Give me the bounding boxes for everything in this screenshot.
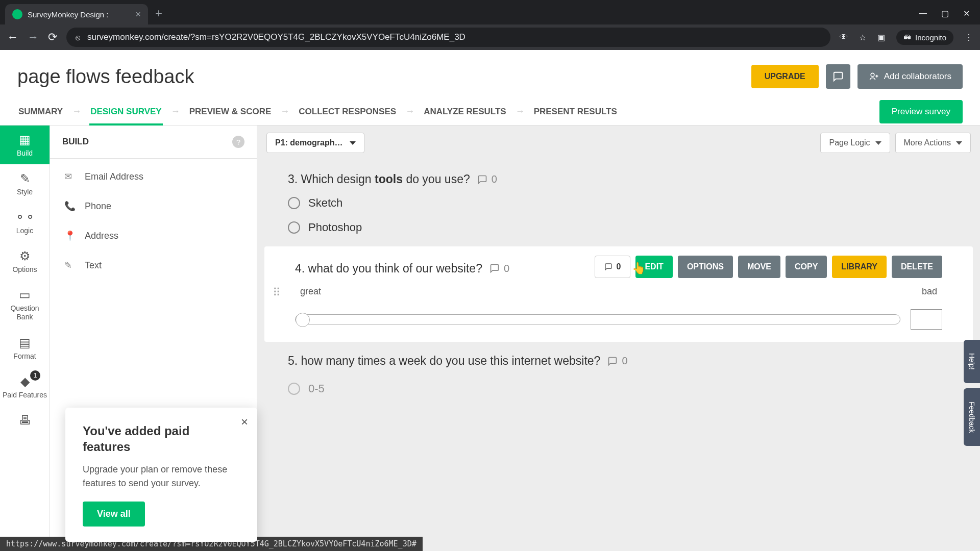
incognito-badge[interactable]: 🕶 Incognito xyxy=(896,30,953,45)
minimize-icon[interactable]: — xyxy=(919,9,927,18)
library-button[interactable]: LIBRARY xyxy=(832,256,887,278)
build-icon: ▦ xyxy=(19,133,31,147)
new-tab-button[interactable]: + xyxy=(155,6,162,20)
slider-track[interactable] xyxy=(295,314,900,324)
radio-option[interactable]: Photoshop xyxy=(288,221,949,234)
sidebar-item-text[interactable]: ✎Text xyxy=(50,251,257,280)
chat-icon xyxy=(489,263,500,273)
tabs-nav: SUMMARY → DESIGN SURVEY → PREVIEW & SCOR… xyxy=(0,98,980,126)
tab-close-icon[interactable]: × xyxy=(135,9,141,20)
question-3[interactable]: 3. Which design tools do you use? 0 Sket… xyxy=(257,160,980,246)
rail-format[interactable]: ▤Format xyxy=(0,329,50,367)
page-selector[interactable]: P1: demograph… xyxy=(266,133,364,153)
star-icon[interactable]: ☆ xyxy=(859,33,866,42)
rail-build[interactable]: ▦Build xyxy=(0,126,50,164)
sidebar-list: ✉Email Address 📞Phone 📍Address ✎Text xyxy=(50,159,257,283)
sidebar-item-email[interactable]: ✉Email Address xyxy=(50,162,257,191)
logic-icon: ⚬⚬ xyxy=(15,210,35,224)
add-collaborators-button[interactable]: Add collaborators xyxy=(857,64,963,89)
panel-icon[interactable]: ▣ xyxy=(877,33,885,42)
user-plus-icon xyxy=(869,71,879,82)
tab-design-survey[interactable]: DESIGN SURVEY xyxy=(89,98,163,125)
window-controls: — ▢ ✕ xyxy=(919,9,980,18)
mail-icon: ✉ xyxy=(64,171,76,182)
print-icon: 🖶 xyxy=(19,413,31,428)
comment-count[interactable]: 0 xyxy=(489,263,509,274)
question-options: 0-5 xyxy=(288,382,949,395)
edit-button[interactable]: EDIT xyxy=(635,256,672,278)
url-field[interactable]: ⎋ surveymonkey.com/create/?sm=rsYO2R2V0E… xyxy=(66,28,830,47)
radio-option[interactable]: Sketch xyxy=(288,196,949,210)
tab-title: SurveyMonkey Design : xyxy=(28,10,108,19)
slider-value-input[interactable] xyxy=(911,309,942,330)
text-icon: ✎ xyxy=(64,260,76,271)
page-logic-button[interactable]: Page Logic xyxy=(820,133,890,153)
browser-tab-strip: SurveyMonkey Design : × + — ▢ ✕ xyxy=(0,0,980,24)
rail-question-bank[interactable]: ▭Question Bank xyxy=(0,281,50,329)
canvas-toolbar: P1: demograph… Page Logic More Actions xyxy=(257,126,980,160)
browser-tab[interactable]: SurveyMonkey Design : × xyxy=(5,4,148,24)
options-button[interactable]: OPTIONS xyxy=(678,256,733,278)
copy-button[interactable]: COPY xyxy=(786,256,827,278)
question-4[interactable]: ⠿ 4. what do you think of our website? 0… xyxy=(264,246,973,342)
popup-body: Upgrade your plan or remove these featur… xyxy=(83,463,240,490)
close-window-icon[interactable]: ✕ xyxy=(963,9,970,18)
back-icon[interactable]: ← xyxy=(7,31,18,44)
help-icon[interactable]: ? xyxy=(232,136,244,148)
slider-thumb[interactable] xyxy=(296,313,310,327)
comment-count[interactable]: 0 xyxy=(607,355,627,367)
drag-handle-icon[interactable]: ⠿ xyxy=(273,286,282,299)
bank-icon: ▭ xyxy=(19,288,31,302)
comment-button[interactable]: 0 xyxy=(595,256,631,278)
move-button[interactable]: MOVE xyxy=(738,256,780,278)
feedback-tab[interactable]: Feedback xyxy=(964,388,980,446)
sidebar-item-phone[interactable]: 📞Phone xyxy=(50,191,257,221)
eye-off-icon[interactable]: 👁 xyxy=(840,33,848,42)
incognito-icon: 🕶 xyxy=(903,33,911,42)
maximize-icon[interactable]: ▢ xyxy=(941,9,949,18)
upgrade-button[interactable]: UPGRADE xyxy=(751,65,819,88)
popup-title: You've added paid features xyxy=(83,423,240,455)
url-text: surveymonkey.com/create/?sm=rsYO2R2V0EQO… xyxy=(87,32,465,42)
comment-count[interactable]: 0 xyxy=(477,173,497,185)
question-title: 5. how many times a week do you use this… xyxy=(288,354,949,368)
question-5[interactable]: 5. how many times a week do you use this… xyxy=(257,342,980,397)
delete-button[interactable]: DELETE xyxy=(892,256,942,278)
view-all-button[interactable]: View all xyxy=(83,502,145,527)
rail-options[interactable]: ⚙Options xyxy=(0,242,50,281)
forward-icon[interactable]: → xyxy=(28,31,39,44)
sidebar-title: BUILD xyxy=(62,137,89,147)
address-bar: ← → ⟳ ⎋ surveymonkey.com/create/?sm=rsYO… xyxy=(0,24,980,50)
left-rail: ▦Build ✎Style ⚬⚬Logic ⚙Options ▭Question… xyxy=(0,126,50,551)
chevron-down-icon xyxy=(350,141,356,145)
sidebar-item-address[interactable]: 📍Address xyxy=(50,221,257,251)
slider[interactable] xyxy=(295,309,942,330)
menu-icon[interactable]: ⋮ xyxy=(965,33,973,42)
chat-icon xyxy=(604,263,612,271)
reload-icon[interactable]: ⟳ xyxy=(48,31,57,44)
chat-icon xyxy=(832,71,844,82)
rail-logic[interactable]: ⚬⚬Logic xyxy=(0,203,50,242)
tab-collect-responses[interactable]: COLLECT RESPONSES xyxy=(298,98,397,125)
tab-analyze-results[interactable]: ANALYZE RESULTS xyxy=(423,98,507,125)
tab-summary[interactable]: SUMMARY xyxy=(17,98,64,125)
question-title: 4. what do you think of our website? 0 xyxy=(295,262,509,276)
question-options: Sketch Photoshop xyxy=(288,196,949,234)
radio-option[interactable]: 0-5 xyxy=(288,382,949,395)
svg-point-0 xyxy=(871,73,874,77)
question-actions: 0 EDIT OPTIONS MOVE COPY LIBRARY DELETE xyxy=(595,256,942,278)
tab-preview-score[interactable]: PREVIEW & SCORE xyxy=(188,98,273,125)
close-icon[interactable]: × xyxy=(241,415,248,429)
rail-paid-features[interactable]: 1◆Paid Features xyxy=(0,367,50,407)
slider-labels: great bad xyxy=(295,286,942,297)
help-tab[interactable]: Help! xyxy=(964,340,980,383)
rail-print[interactable]: 🖶 xyxy=(0,406,50,435)
comments-button[interactable] xyxy=(826,64,850,89)
arrow-icon: → xyxy=(171,106,180,117)
more-actions-button[interactable]: More Actions xyxy=(895,133,971,153)
rail-style[interactable]: ✎Style xyxy=(0,164,50,203)
paid-features-popup: × You've added paid features Upgrade you… xyxy=(65,408,257,542)
tab-present-results[interactable]: PRESENT RESULTS xyxy=(533,98,618,125)
preview-survey-button[interactable]: Preview survey xyxy=(879,100,963,123)
chat-icon xyxy=(607,356,618,366)
